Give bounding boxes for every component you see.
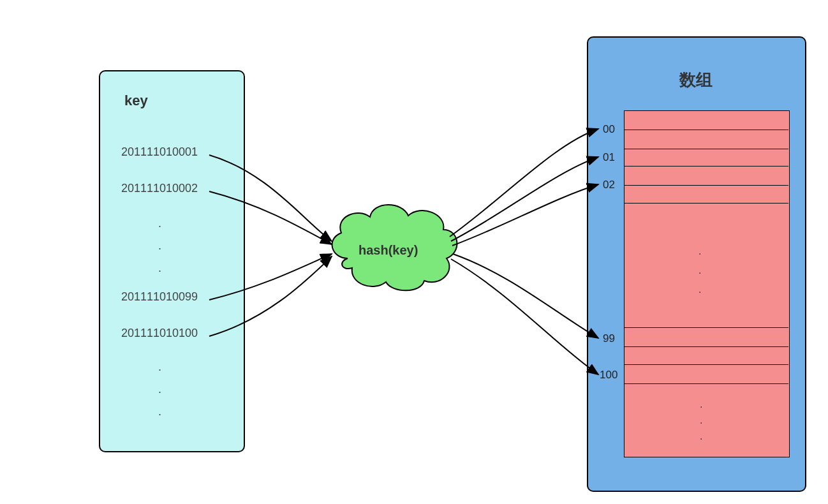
arrows-right bbox=[450, 129, 598, 374]
hash-cloud-label: hash(key) bbox=[359, 243, 418, 258]
arrows-left bbox=[209, 155, 332, 336]
